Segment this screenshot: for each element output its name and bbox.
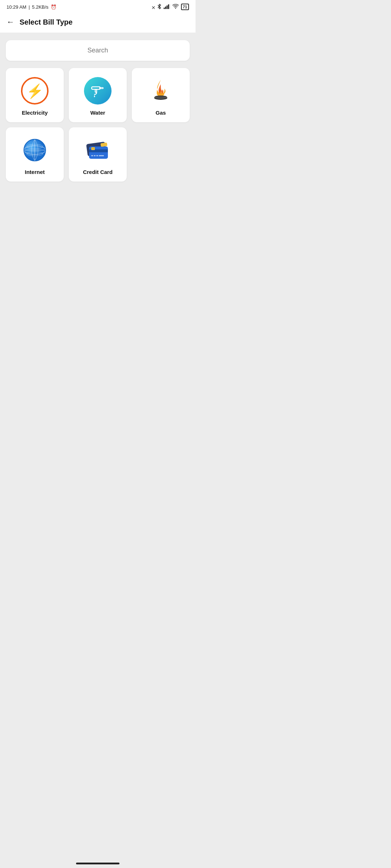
electricity-icon-wrap: ⚡ [20,76,49,105]
water-icon [84,77,112,105]
svg-rect-4 [169,4,170,9]
bill-card-water[interactable]: Water [69,68,127,122]
svg-rect-26 [91,155,93,156]
status-right: ⨯ 71 [151,4,189,10]
credit-card-icon [84,136,112,164]
creditcard-svg [84,136,112,164]
svg-rect-0 [164,8,165,9]
search-box[interactable] [6,40,190,61]
svg-rect-2 [167,5,168,9]
bill-card-electricity[interactable]: ⚡ Electricity [6,68,64,122]
search-input[interactable] [13,47,182,54]
bill-grid-row1: ⚡ Electricity [6,68,190,122]
water-label: Water [90,110,105,116]
alarm-icon: ⏰ [51,4,56,10]
bill-card-gas[interactable]: Gas [132,68,190,122]
empty-grid-cell [132,127,190,182]
network-speed: 5.2KB/s [32,4,49,10]
svg-rect-1 [165,7,166,9]
page-header: ← Select Bill Type [0,12,196,33]
page-title: Select Bill Type [20,18,72,26]
bill-grid-row2: Internet [6,127,190,182]
separator: | [29,4,30,10]
internet-label: Internet [25,169,45,175]
globe-svg [21,137,48,163]
status-bar: 10:29 AM | 5.2KB/s ⏰ ⨯ [0,0,196,12]
svg-rect-27 [94,155,96,156]
bill-card-internet[interactable]: Internet [6,127,64,182]
internet-icon-wrap [20,136,49,165]
svg-point-5 [175,8,176,9]
credit-card-label: Credit Card [83,169,113,175]
internet-icon [21,136,49,164]
bill-card-credit-card[interactable]: Credit Card [69,127,127,182]
faucet-svg [89,82,107,100]
svg-rect-3 [168,4,169,9]
gas-svg [147,77,175,105]
gas-label: Gas [156,110,166,116]
svg-rect-29 [99,155,104,156]
svg-point-12 [155,95,167,98]
electricity-icon: ⚡ [21,77,49,105]
time-display: 10:29 AM [7,4,26,10]
credit-card-icon-wrap [83,136,112,165]
svg-rect-28 [96,155,98,156]
gas-icon [147,77,175,105]
bluetooth-icon: ⨯ [151,4,161,10]
status-left: 10:29 AM | 5.2KB/s ⏰ [7,4,56,10]
back-button[interactable]: ← [7,17,14,27]
gas-icon-wrap [146,76,175,105]
water-icon-wrap [83,76,112,105]
svg-rect-7 [95,89,97,92]
content-area: ⚡ Electricity [0,33,196,189]
lightning-bolt-icon: ⚡ [26,84,43,98]
electricity-label: Electricity [22,110,48,116]
signal-icon [164,4,170,10]
wifi-icon [172,4,179,10]
battery-indicator: 71 [181,4,189,10]
